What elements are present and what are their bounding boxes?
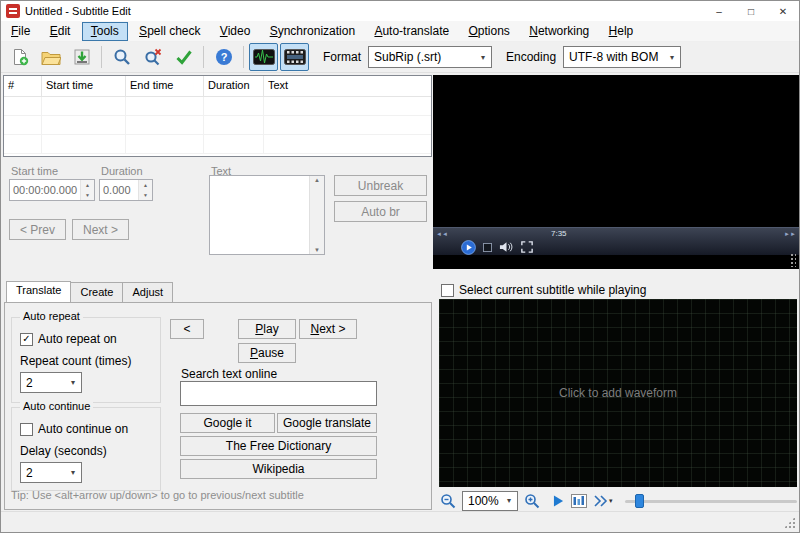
subtitle-list-header: # Start time End time Duration Text <box>4 76 431 97</box>
step-down-icon[interactable]: ▼ <box>139 190 152 200</box>
find-button[interactable] <box>107 43 136 71</box>
textarea-scrollbar[interactable]: ▲ ▼ <box>309 176 324 254</box>
window-resize-grip[interactable] <box>783 516 796 529</box>
zoom-combo[interactable]: 100% ▾ <box>462 491 518 511</box>
slider-thumb[interactable] <box>635 494 644 508</box>
search-text-input[interactable] <box>180 381 377 406</box>
menu-edit[interactable]: Edit <box>42 22 79 41</box>
help-button[interactable]: ? <box>209 43 238 71</box>
duration-stepper[interactable]: 0.000 ▲ ▼ <box>99 179 153 201</box>
auto-repeat-group: Auto repeat ✓ Auto repeat on Repeat coun… <box>11 317 161 403</box>
volume-icon[interactable] <box>499 241 514 253</box>
start-time-stepper[interactable]: 00:00:00.000 ▲ ▼ <box>9 179 95 201</box>
open-file-button[interactable] <box>36 43 65 71</box>
auto-repeat-checkbox[interactable]: ✓ <box>20 333 33 346</box>
save-button[interactable] <box>67 43 96 71</box>
column-duration[interactable]: Duration <box>204 76 264 97</box>
tab-translate[interactable]: Translate <box>6 281 71 302</box>
play-icon[interactable] <box>461 240 476 255</box>
column-start-time[interactable]: Start time <box>42 76 126 97</box>
spell-check-button[interactable] <box>169 43 198 71</box>
auto-continue-title: Auto continue <box>20 400 93 412</box>
zoom-in-button[interactable] <box>523 491 541 511</box>
auto-continue-checkbox[interactable] <box>20 423 33 436</box>
replace-button[interactable] <box>138 43 167 71</box>
maximize-button[interactable]: □ <box>735 1 767 21</box>
waveform-position-slider[interactable] <box>625 493 797 509</box>
seek-bar[interactable]: ◄◄ 7:35 ►► <box>433 228 799 239</box>
column-text[interactable]: Text <box>264 76 431 97</box>
prev-subtitle-button[interactable]: < Prev <box>9 219 66 240</box>
next-button[interactable]: Next > <box>299 319 357 339</box>
new-file-button[interactable] <box>5 43 34 71</box>
step-down-icon[interactable]: ▼ <box>81 190 94 200</box>
panel-resize-grip[interactable] <box>790 253 796 267</box>
google-it-button[interactable]: Google it <box>180 413 275 433</box>
auto-repeat-checkbox-label: Auto repeat on <box>38 332 117 346</box>
waveform-play-button[interactable] <box>552 491 565 511</box>
menu-options[interactable]: Options <box>460 22 517 41</box>
waveform-view-button[interactable] <box>570 491 588 511</box>
toggle-waveform-button[interactable] <box>249 43 278 71</box>
google-translate-button[interactable]: Google translate <box>277 413 377 433</box>
menu-video[interactable]: Video <box>212 22 258 41</box>
chevron-down-icon: ▾ <box>609 497 613 505</box>
zoom-in-icon <box>524 493 540 509</box>
replace-icon <box>144 48 162 66</box>
menu-help[interactable]: Help <box>601 22 642 41</box>
fullscreen-icon[interactable] <box>521 241 533 253</box>
start-time-value: 00:00:00.000 <box>10 180 80 200</box>
translate-tab-page: Auto repeat ✓ Auto repeat on Repeat coun… <box>4 302 432 510</box>
start-time-label: Start time <box>11 165 58 177</box>
scroll-up-icon[interactable]: ▲ <box>314 177 320 183</box>
stop-icon[interactable] <box>483 243 492 252</box>
column-number[interactable]: # <box>4 76 42 97</box>
format-value: SubRip (.srt) <box>374 50 441 64</box>
app-window: Untitled - Subtitle Edit – □ ✕ File Edit… <box>0 0 800 533</box>
back-button[interactable]: < <box>170 319 204 339</box>
menu-file[interactable]: File <box>3 22 38 41</box>
chevron-down-icon: ▾ <box>65 468 81 477</box>
format-label: Format <box>323 50 361 64</box>
subtitle-text-area[interactable]: ▲ ▼ <box>209 175 325 255</box>
menu-synchronization[interactable]: Synchronization <box>262 22 363 41</box>
video-player[interactable]: ◄◄ 7:35 ►► <box>433 75 799 269</box>
minimize-button[interactable]: – <box>703 1 735 21</box>
forward-icon[interactable]: ►► <box>784 231 796 237</box>
rewind-icon[interactable]: ◄◄ <box>436 231 448 237</box>
column-end-time[interactable]: End time <box>126 76 204 97</box>
playback-speed-button[interactable]: ▾ <box>593 491 614 511</box>
menu-tools[interactable]: Tools <box>82 22 128 41</box>
step-up-icon[interactable]: ▲ <box>139 180 152 190</box>
waveform-panel[interactable]: Click to add waveform <box>439 299 797 487</box>
encoding-combo[interactable]: UTF-8 with BOM ▾ <box>563 46 681 68</box>
format-combo[interactable]: SubRip (.srt) ▾ <box>368 46 492 68</box>
pause-button[interactable]: Pause <box>238 343 296 363</box>
menu-auto-translate[interactable]: Auto-translate <box>366 22 457 41</box>
tab-adjust[interactable]: Adjust <box>122 282 173 302</box>
chevron-down-icon: ▾ <box>501 496 517 505</box>
menu-networking[interactable]: Networking <box>521 22 597 41</box>
repeat-count-combo[interactable]: 2 ▾ <box>20 372 82 393</box>
zoom-out-button[interactable] <box>439 491 457 511</box>
toolbar-separator <box>243 46 244 68</box>
next-subtitle-button[interactable]: Next > <box>72 219 129 240</box>
close-button[interactable]: ✕ <box>767 1 799 21</box>
unbreak-button[interactable]: Unbreak <box>334 175 427 196</box>
toggle-video-button[interactable] <box>280 43 309 71</box>
wikipedia-button[interactable]: Wikipedia <box>180 459 377 479</box>
tab-create[interactable]: Create <box>70 282 123 302</box>
fast-forward-icon <box>594 495 608 507</box>
step-up-icon[interactable]: ▲ <box>81 180 94 190</box>
auto-break-button[interactable]: Auto br <box>334 201 427 222</box>
delay-combo[interactable]: 2 ▾ <box>20 462 82 483</box>
chevron-down-icon: ▾ <box>664 53 680 62</box>
free-dictionary-button[interactable]: The Free Dictionary <box>180 436 377 456</box>
play-button[interactable]: Play <box>238 319 296 339</box>
select-current-subtitle-checkbox[interactable] <box>441 284 454 297</box>
menu-spell-check[interactable]: Spell check <box>131 22 208 41</box>
chevron-down-icon: ▾ <box>65 378 81 387</box>
scroll-down-icon[interactable]: ▼ <box>314 247 320 253</box>
help-icon: ? <box>215 48 233 66</box>
open-folder-icon <box>41 49 61 66</box>
